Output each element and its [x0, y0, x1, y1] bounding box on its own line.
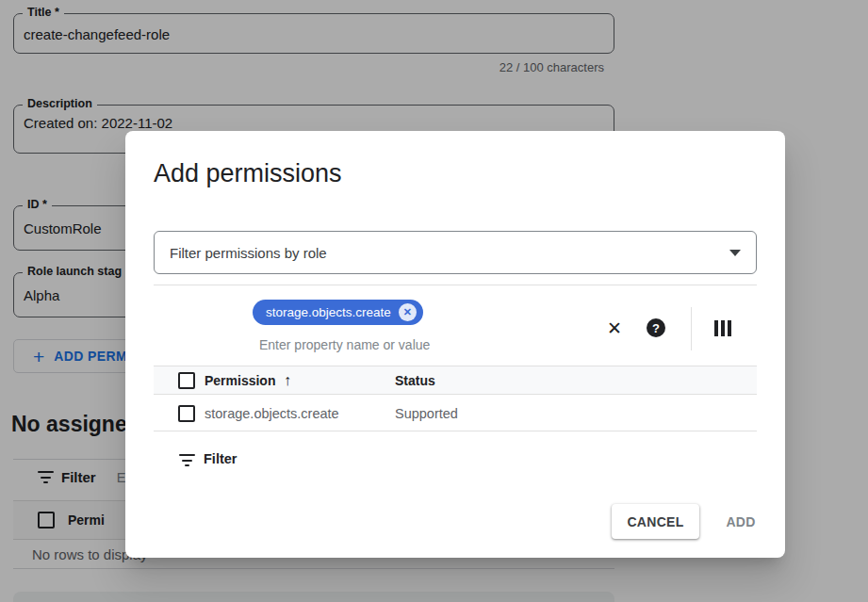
status-cell: Supported	[395, 406, 458, 421]
header-checkbox-cell[interactable]	[154, 372, 205, 389]
filter-icon	[179, 454, 195, 466]
add-button[interactable]: ADD	[719, 504, 762, 539]
modal-table-header-row: Permission ↑ Status	[154, 366, 757, 395]
cancel-button[interactable]: CANCEL	[612, 504, 699, 539]
add-permissions-dialog: Add permissions Filter permissions by ro…	[125, 131, 785, 558]
modal-filter-label: Filter	[204, 451, 237, 466]
column-display-options-icon[interactable]	[714, 320, 731, 336]
row-checkbox[interactable]	[178, 405, 195, 422]
permission-cell: storage.objects.create	[205, 406, 395, 421]
divider	[154, 285, 757, 285]
filter-chip-storage-objects-create[interactable]: storage.objects.create ✕	[253, 300, 423, 325]
help-icon[interactable]: ?	[647, 318, 665, 337]
clear-filters-icon[interactable]: ✕	[602, 316, 627, 340]
select-all-checkbox[interactable]	[178, 372, 195, 389]
status-column-header[interactable]: Status	[395, 373, 435, 388]
dropdown-caret-icon	[729, 250, 741, 256]
dialog-title: Add permissions	[154, 159, 342, 188]
row-checkbox-cell[interactable]	[154, 405, 205, 422]
permission-column-header[interactable]: Permission ↑	[205, 372, 395, 389]
divider	[691, 307, 692, 350]
screen: Title * create-changefeed-role 22 / 100 …	[0, 0, 868, 602]
role-select-placeholder: Filter permissions by role	[170, 245, 729, 261]
filter-permissions-by-role-select[interactable]: Filter permissions by role	[154, 231, 757, 274]
filter-chip-label: storage.objects.create	[266, 305, 391, 319]
table-row[interactable]: storage.objects.create Supported	[154, 396, 757, 431]
modal-filter-input[interactable]: Enter property name or value	[259, 337, 430, 352]
chip-remove-icon[interactable]: ✕	[399, 303, 417, 321]
sort-ascending-icon: ↑	[284, 372, 291, 388]
